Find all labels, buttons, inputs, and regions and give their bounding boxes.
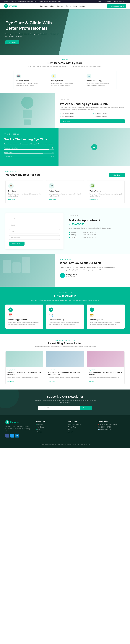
blog-content-0: May 13, 2021 How Does Lasik Surgery Help… — [6, 368, 43, 384]
blog-readmore-0[interactable]: Read More — [8, 380, 14, 382]
form-message-input[interactable] — [9, 235, 60, 240]
newsletter-form: Subscribe — [38, 406, 92, 410]
footer-col-brand: 👁 Eyecare Supporter Street, London Inc. … — [6, 420, 32, 438]
hero-content: Eye Care & Clinic With Better Profession… — [6, 20, 62, 44]
service-desc-2: Lorem ipsum dolor sit amet consectetur a… — [90, 193, 122, 197]
hero-title: Eye Care & Clinic With Better Profession… — [6, 20, 62, 31]
appointment-section: Submit Now → Book Now Make An Appointmen… — [0, 208, 130, 254]
social-linkedin[interactable]: in — [15, 434, 19, 438]
service-title-2: Vision Check — [90, 190, 122, 192]
nav-about[interactable]: About — [50, 5, 54, 7]
blog-content-2: May 13, 2021 How Technology Can Help You… — [87, 368, 124, 384]
step-card-1: 2 🩺 General Check Up Lorem ipsum dolor s… — [46, 304, 84, 329]
check-0: Eye Health Checkup — [60, 113, 92, 114]
form-subject-group — [9, 229, 60, 234]
topbar-consulting[interactable]: Consulting — [105, 1, 111, 2]
service-icon-1: 🔭 — [49, 183, 54, 188]
newsletter-button[interactable]: Subscribe — [80, 406, 92, 410]
blog-card-2: May 13, 2021 How Technology Can Help You… — [87, 351, 124, 384]
logo: 👁 Eyecare — [4, 4, 17, 8]
service-readmore-1[interactable]: Read More → — [49, 199, 57, 200]
service-icon-0: 👁️ — [8, 183, 14, 188]
check-1: Eye Health Checkup — [93, 113, 124, 114]
blog-date-2: May 13, 2021 — [89, 369, 122, 370]
why-image: ▶ — [58, 128, 130, 166]
form-submit-button[interactable]: Submit Now → — [9, 242, 25, 246]
slot-day-0: Sunday: — [71, 232, 82, 233]
slot-0: Sunday: 08:00 Am - 01:00 Pm — [69, 232, 124, 233]
author-name: Dorthy Schmitt — [66, 274, 77, 276]
testimonials-title: What They Say About Our Clinic — [60, 262, 124, 264]
services-title: We Gave The Best For You — [6, 173, 40, 176]
nav-services[interactable]: Services — [57, 5, 63, 7]
services-header: Our Services We Gave The Best For You Al… — [6, 171, 124, 177]
footer-link-services[interactable]: Our Services — [36, 426, 63, 428]
testimonial-text: Lorem ipsum dolor sit amet, consectetur … — [60, 266, 124, 271]
service-readmore-0[interactable]: Read More → — [8, 199, 17, 200]
play-button[interactable]: ▶ — [91, 144, 97, 150]
blog-grid: May 13, 2021 How Does Lasik Surgery Help… — [6, 351, 124, 384]
blog-section: Blog & News Letter Latest Blog & News Le… — [0, 334, 130, 390]
footer-phone: 📞 +1 (234) 456-7890 — [98, 426, 125, 428]
why-desc: Lorem ipsum dolor sit amet, consectetur … — [4, 143, 54, 145]
progress-2: Vision Rating 85% — [4, 156, 54, 158]
blog-title: Latest Blog & News Letter — [6, 342, 124, 345]
footer-link-about[interactable]: About Us — [36, 424, 63, 426]
slot-1: Monday: 08:00 Am - 12:00 Pm — [69, 234, 124, 236]
top-bar: Phone: +1 234 789 hello@eyecare@domain.c… — [0, 0, 130, 3]
newsletter-input[interactable] — [38, 406, 80, 410]
blog-readmore-2[interactable]: Read More — [89, 380, 95, 382]
about-cta[interactable]: Read More — [60, 119, 124, 123]
progress-label-1: Expert Doctors — [4, 152, 13, 153]
benefits-desc: Lorem ipsum dolor sit amet, consectetur … — [24, 66, 106, 68]
topbar-schedule[interactable]: Online Schedule — [114, 1, 124, 2]
newsletter-title: Subscribe Our Newsletter — [6, 395, 124, 398]
footer-link-support[interactable]: Support — [67, 431, 94, 433]
footer-social: f t in — [6, 434, 32, 438]
why-section: Why Choose Us We Are The Leading Eye Cli… — [0, 128, 130, 166]
footer-link-terms[interactable]: Terms and Conditions — [67, 424, 94, 426]
footer-col-quicklinks: Quick Link About Us Our Services Blog Co… — [36, 420, 63, 438]
logo-icon: 👁 — [4, 4, 8, 8]
form-subject-input[interactable] — [9, 229, 60, 234]
footer-info-links: Terms and Conditions Privacy Policy FAQ … — [67, 424, 94, 433]
benefit-title-2: Modern Technology — [87, 80, 114, 82]
footer-link-privacy[interactable]: Privacy Policy — [67, 426, 94, 428]
nav-blog[interactable]: Blog — [73, 5, 77, 7]
footer-logo-icon: 👁 — [6, 420, 9, 424]
slot-dot-2 — [69, 237, 70, 238]
progress-val-2: 85% — [51, 156, 54, 157]
footer-link-blog[interactable]: Blog — [36, 429, 63, 430]
topbar-contact[interactable]: Contact — [97, 1, 101, 2]
slot-day-1: Monday: — [71, 234, 82, 236]
social-twitter[interactable]: t — [10, 434, 14, 438]
footer-link-contact[interactable]: Contact — [36, 431, 63, 433]
footer-quicklinks: About Us Our Services Blog Contact — [36, 424, 63, 433]
nav-pages[interactable]: Pages — [66, 5, 71, 7]
blog-date-0: May 13, 2021 — [8, 369, 41, 370]
nav-contact[interactable]: Contact — [80, 5, 85, 7]
testimonial-author: Dorthy Schmitt Happy Patient — [60, 273, 124, 278]
blog-title-0: How Does Lasik Surgery Help To Get Rid O… — [8, 372, 41, 376]
testimonials-content: Testimonials What They Say About Our Cli… — [54, 254, 130, 286]
logo-text: Eyecare — [9, 5, 17, 7]
testimonials-section: Testimonials What They Say About Our Cli… — [0, 254, 130, 286]
service-card-2: ✅ Vision Check Lorem ipsum dolor sit ame… — [87, 180, 124, 203]
testimonials-image — [0, 254, 54, 286]
why-label: Why Choose Us — [4, 133, 54, 135]
service-readmore-2[interactable]: Read More → — [90, 199, 98, 200]
about-section: About Us We Are A Leading Eye Care Clini… — [0, 93, 130, 128]
hero-cta[interactable]: Let's Start → — [6, 40, 19, 44]
blog-readmore-1[interactable]: Read More — [48, 380, 55, 382]
step-desc-2: Lorem ipsum dolor sit amet consectetur a… — [90, 322, 122, 326]
social-facebook[interactable]: f — [6, 434, 9, 438]
nav-book-button[interactable]: Book An Appointment — [107, 4, 126, 8]
progress-0: Customer Satisfaction 90% — [4, 147, 54, 150]
form-email-input[interactable] — [9, 223, 60, 227]
footer-link-faq[interactable]: FAQ — [67, 429, 94, 430]
nav-homepage[interactable]: Homepage — [40, 5, 47, 7]
author-info: Dorthy Schmitt Happy Patient — [66, 274, 77, 277]
form-name-input[interactable] — [9, 217, 60, 221]
why-image-inner: ▶ — [58, 128, 130, 166]
services-all-button[interactable]: All Services → — [109, 173, 124, 177]
